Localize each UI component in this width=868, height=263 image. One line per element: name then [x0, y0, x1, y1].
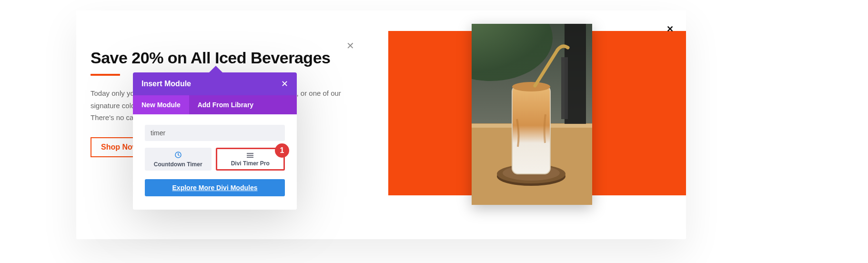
insert-module-popover: Insert Module ✕ New Module Add From Libr…	[133, 72, 297, 210]
popover-tabs: New Module Add From Library	[133, 95, 297, 114]
popover-body: Countdown Timer Divi Timer Pro 1 Explore…	[133, 114, 297, 210]
module-label: Divi Timer Pro	[231, 160, 270, 167]
product-image	[472, 24, 592, 205]
promo-underline	[91, 74, 120, 76]
svg-rect-12	[247, 153, 253, 154]
promo-title: Save 20% on All Iced Beverages	[91, 49, 357, 67]
explore-more-button[interactable]: Explore More Divi Modules	[145, 179, 285, 196]
popover-arrow-icon	[208, 66, 223, 73]
tab-add-from-library[interactable]: Add From Library	[189, 95, 262, 114]
svg-point-10	[512, 82, 550, 91]
module-grid: Countdown Timer Divi Timer Pro 1	[145, 148, 285, 171]
popover-panel: Insert Module ✕ New Module Add From Libr…	[133, 72, 297, 210]
outer-close-button[interactable]: ✕	[665, 24, 675, 34]
clock-icon	[174, 151, 182, 160]
svg-rect-3	[561, 57, 568, 119]
lines-icon	[247, 152, 253, 159]
module-countdown-timer[interactable]: Countdown Timer	[145, 148, 212, 171]
svg-rect-13	[247, 155, 253, 156]
card-close-button[interactable]: ✕	[344, 40, 356, 51]
module-search-input[interactable]	[145, 125, 285, 141]
tab-new-module[interactable]: New Module	[133, 95, 189, 114]
popover-close-button[interactable]: ✕	[281, 79, 288, 89]
popover-title: Insert Module	[141, 80, 191, 88]
module-divi-timer-pro[interactable]: Divi Timer Pro 1	[216, 148, 285, 171]
popover-header: Insert Module ✕	[133, 72, 297, 95]
svg-rect-14	[247, 157, 253, 158]
step-badge: 1	[275, 143, 289, 158]
module-label: Countdown Timer	[154, 161, 202, 168]
